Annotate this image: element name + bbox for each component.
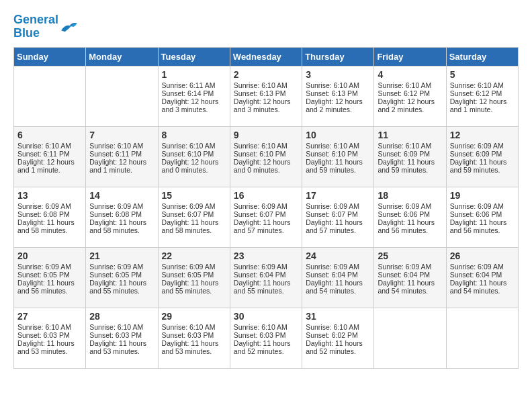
day-info: Sunset: 6:09 PM xyxy=(378,150,442,158)
calendar-cell: 13Sunrise: 6:09 AMSunset: 6:08 PMDayligh… xyxy=(14,187,86,247)
calendar-week-row: 27Sunrise: 6:10 AMSunset: 6:03 PMDayligh… xyxy=(14,308,519,368)
calendar-cell: 22Sunrise: 6:09 AMSunset: 6:05 PMDayligh… xyxy=(158,247,230,308)
day-info: Daylight: 12 hours and 1 minute. xyxy=(89,158,154,174)
day-number: 13 xyxy=(17,190,82,201)
day-info: Daylight: 11 hours and 53 minutes. xyxy=(89,339,154,355)
day-number: 22 xyxy=(162,250,226,261)
calendar-cell: 28Sunrise: 6:10 AMSunset: 6:03 PMDayligh… xyxy=(86,308,158,368)
day-info: Daylight: 11 hours and 52 minutes. xyxy=(306,339,370,355)
weekday-header: Monday xyxy=(86,47,158,66)
calendar-week-row: 13Sunrise: 6:09 AMSunset: 6:08 PMDayligh… xyxy=(14,187,519,247)
day-info: Sunrise: 6:10 AM xyxy=(162,323,226,331)
day-info: Sunset: 6:05 PM xyxy=(162,271,226,279)
day-info: Sunset: 6:05 PM xyxy=(17,271,82,279)
day-info: Sunrise: 6:10 AM xyxy=(234,81,298,89)
day-info: Sunset: 6:11 PM xyxy=(17,150,82,158)
day-info: Daylight: 11 hours and 53 minutes. xyxy=(162,339,226,355)
day-number: 18 xyxy=(378,190,442,201)
day-info: Sunrise: 6:10 AM xyxy=(306,81,370,89)
day-number: 1 xyxy=(162,69,226,80)
calendar-cell: 1Sunrise: 6:11 AMSunset: 6:14 PMDaylight… xyxy=(158,66,230,126)
day-info: Sunset: 6:03 PM xyxy=(89,331,154,339)
day-info: Daylight: 11 hours and 55 minutes. xyxy=(234,279,298,295)
calendar-cell: 19Sunrise: 6:09 AMSunset: 6:06 PMDayligh… xyxy=(446,187,518,247)
day-info: Sunset: 6:03 PM xyxy=(162,331,226,339)
calendar-cell: 30Sunrise: 6:10 AMSunset: 6:03 PMDayligh… xyxy=(230,308,302,368)
day-info: Sunrise: 6:09 AM xyxy=(450,202,515,210)
day-info: Daylight: 11 hours and 54 minutes. xyxy=(450,279,515,295)
day-info: Sunrise: 6:10 AM xyxy=(306,142,370,150)
day-number: 14 xyxy=(89,190,154,201)
day-info: Sunrise: 6:09 AM xyxy=(89,263,154,271)
day-info: Sunrise: 6:10 AM xyxy=(378,81,442,89)
day-number: 11 xyxy=(378,130,442,140)
calendar-cell: 3Sunrise: 6:10 AMSunset: 6:13 PMDaylight… xyxy=(302,66,374,126)
day-info: Daylight: 11 hours and 58 minutes. xyxy=(89,218,154,234)
day-info: Sunset: 6:06 PM xyxy=(378,210,442,218)
day-info: Sunset: 6:12 PM xyxy=(450,89,515,97)
day-number: 27 xyxy=(17,311,82,322)
day-number: 30 xyxy=(234,311,298,322)
day-number: 2 xyxy=(234,69,298,80)
day-info: Sunset: 6:04 PM xyxy=(378,271,442,279)
day-info: Sunset: 6:03 PM xyxy=(17,331,82,339)
day-info: Daylight: 12 hours and 0 minutes. xyxy=(162,158,226,174)
weekday-header: Tuesday xyxy=(158,47,230,66)
day-info: Sunset: 6:05 PM xyxy=(89,271,154,279)
day-number: 21 xyxy=(89,250,154,261)
calendar-body: 1Sunrise: 6:11 AMSunset: 6:14 PMDaylight… xyxy=(14,66,519,368)
calendar-cell: 6Sunrise: 6:10 AMSunset: 6:11 PMDaylight… xyxy=(14,126,86,187)
calendar-cell xyxy=(446,308,518,368)
day-info: Sunrise: 6:10 AM xyxy=(89,142,154,150)
day-number: 5 xyxy=(450,69,515,80)
day-number: 26 xyxy=(450,250,515,261)
day-number: 28 xyxy=(89,311,154,322)
day-info: Sunrise: 6:11 AM xyxy=(162,81,226,89)
calendar-cell: 10Sunrise: 6:10 AMSunset: 6:10 PMDayligh… xyxy=(302,126,374,187)
day-info: Sunrise: 6:09 AM xyxy=(162,202,226,210)
day-info: Sunrise: 6:10 AM xyxy=(234,142,298,150)
day-info: Sunrise: 6:09 AM xyxy=(306,202,370,210)
day-info: Sunrise: 6:09 AM xyxy=(306,263,370,271)
day-info: Sunset: 6:12 PM xyxy=(378,89,442,97)
calendar-cell: 29Sunrise: 6:10 AMSunset: 6:03 PMDayligh… xyxy=(158,308,230,368)
calendar-cell: 8Sunrise: 6:10 AMSunset: 6:10 PMDaylight… xyxy=(158,126,230,187)
day-number: 7 xyxy=(89,130,154,140)
logo-bird-icon xyxy=(60,19,79,34)
day-number: 9 xyxy=(234,130,298,140)
day-info: Sunrise: 6:10 AM xyxy=(17,323,82,331)
day-info: Daylight: 11 hours and 52 minutes. xyxy=(234,339,298,355)
calendar-week-row: 6Sunrise: 6:10 AMSunset: 6:11 PMDaylight… xyxy=(14,126,519,187)
calendar-cell: 25Sunrise: 6:09 AMSunset: 6:04 PMDayligh… xyxy=(374,247,446,308)
calendar-week-row: 1Sunrise: 6:11 AMSunset: 6:14 PMDaylight… xyxy=(14,66,519,126)
page-header: GeneralBlue xyxy=(13,13,519,40)
calendar-cell: 16Sunrise: 6:09 AMSunset: 6:07 PMDayligh… xyxy=(230,187,302,247)
day-info: Daylight: 11 hours and 55 minutes. xyxy=(162,279,226,295)
calendar-cell xyxy=(374,308,446,368)
day-info: Sunrise: 6:09 AM xyxy=(17,263,82,271)
calendar-cell: 15Sunrise: 6:09 AMSunset: 6:07 PMDayligh… xyxy=(158,187,230,247)
calendar-cell: 21Sunrise: 6:09 AMSunset: 6:05 PMDayligh… xyxy=(86,247,158,308)
day-info: Sunrise: 6:09 AM xyxy=(450,142,515,150)
calendar-cell: 31Sunrise: 6:10 AMSunset: 6:02 PMDayligh… xyxy=(302,308,374,368)
day-number: 4 xyxy=(378,69,442,80)
day-number: 19 xyxy=(450,190,515,201)
day-info: Sunrise: 6:10 AM xyxy=(450,81,515,89)
day-number: 10 xyxy=(306,130,370,140)
day-number: 20 xyxy=(17,250,82,261)
day-info: Sunset: 6:07 PM xyxy=(306,210,370,218)
day-info: Daylight: 12 hours and 1 minute. xyxy=(17,158,82,174)
day-info: Sunset: 6:10 PM xyxy=(162,150,226,158)
day-info: Sunset: 6:06 PM xyxy=(450,210,515,218)
calendar-cell: 20Sunrise: 6:09 AMSunset: 6:05 PMDayligh… xyxy=(14,247,86,308)
day-info: Sunrise: 6:10 AM xyxy=(306,323,370,331)
weekday-header: Saturday xyxy=(446,47,518,66)
day-info: Daylight: 12 hours and 0 minutes. xyxy=(234,158,298,174)
day-info: Sunset: 6:13 PM xyxy=(234,89,298,97)
calendar-cell: 17Sunrise: 6:09 AMSunset: 6:07 PMDayligh… xyxy=(302,187,374,247)
day-info: Daylight: 11 hours and 56 minutes. xyxy=(378,218,442,234)
day-info: Daylight: 11 hours and 54 minutes. xyxy=(378,279,442,295)
calendar-cell: 27Sunrise: 6:10 AMSunset: 6:03 PMDayligh… xyxy=(14,308,86,368)
calendar-cell: 26Sunrise: 6:09 AMSunset: 6:04 PMDayligh… xyxy=(446,247,518,308)
day-info: Daylight: 11 hours and 59 minutes. xyxy=(378,158,442,174)
